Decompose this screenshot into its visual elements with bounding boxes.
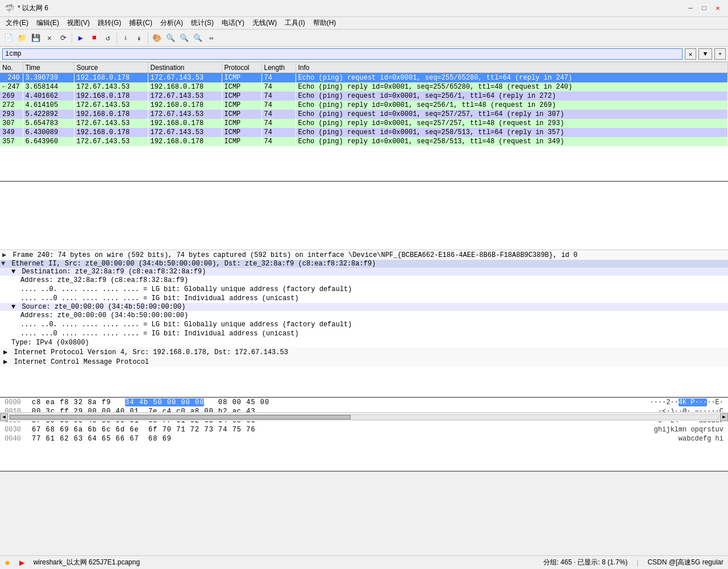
hex-bytes-0: c8 ea f8 32 8a f9 34 4b 50 00 00 00 08 0… (32, 398, 643, 406)
icmp-line: Internet Control Message Protocol (14, 358, 149, 366)
filter-input[interactable] (2, 48, 683, 60)
menu-file[interactable]: 文件(E) (2, 17, 32, 29)
col-time[interactable]: Time (23, 63, 74, 73)
dest-label: Destination: zte_32:8a:f9 (c8:ea:f8:32:8… (22, 268, 206, 276)
menu-telephony[interactable]: 电话(Y) (218, 17, 248, 29)
table-cell: ICMP (222, 137, 261, 146)
table-row[interactable]: 3576.643960172.67.143.53192.168.0.178ICM… (0, 137, 728, 146)
table-cell: Echo (ping) request id=0x0001, seq=256/1… (296, 92, 728, 101)
frame-section[interactable]: ▶ Frame 240: 74 bytes on wire (592 bits)… (0, 250, 728, 260)
ip-section[interactable]: ▶ Internet Protocol Version 4, Src: 192.… (0, 347, 728, 357)
table-row[interactable]: 2724.614105172.67.143.53192.168.0.178ICM… (0, 101, 728, 110)
icmp-section[interactable]: ▶ Internet Control Message Protocol (0, 357, 728, 367)
src-label: Source: zte_00:00:00 (34:4b:50:00:00:00) (22, 303, 185, 311)
type-line: Type: IPv4 (0x0800) (0, 338, 728, 347)
col-destination[interactable]: Destination (148, 63, 222, 73)
toolbar-save[interactable]: 💾 (30, 32, 42, 44)
table-row[interactable]: ←2473.658144172.67.143.53192.168.0.178IC… (0, 82, 728, 92)
table-cell: 293 (0, 110, 23, 119)
menu-help[interactable]: 帮助(H) (310, 17, 340, 29)
close-button[interactable]: ✕ (712, 3, 723, 14)
toolbar-zoom-in[interactable]: 🔍 (164, 32, 177, 44)
toolbar-autoscroll[interactable]: ↡ (133, 32, 145, 44)
filter-plus-btn[interactable]: + (714, 48, 726, 60)
table-cell: 192.168.0.178 (148, 82, 222, 92)
dest-ig-line: .... ...0 .... .... .... .... = IG bit: … (0, 294, 728, 303)
hex-bytes-4: 77 61 62 63 64 65 66 67 68 69 (32, 435, 672, 443)
menu-wireless[interactable]: 无线(W) (249, 17, 280, 29)
ethernet-section-header[interactable]: ▼ Ethernet II, Src: zte_00:00:00 (34:4b:… (0, 260, 728, 268)
toolbar-reset-zoom[interactable]: 🔍 (192, 32, 204, 44)
hex-ascii-3: ghijklmn opqrstuv (654, 426, 723, 434)
menu-view[interactable]: 视图(V) (64, 17, 93, 29)
table-row[interactable]: 3075.654783172.67.143.53192.168.0.178ICM… (0, 119, 728, 128)
status-profile: CSDN @[高速5G regular (647, 558, 723, 567)
table-cell: →240 (0, 73, 23, 83)
filter-arrow-btn[interactable]: ▼ (698, 48, 712, 60)
hex-ascii-4: wabcdefg hi (679, 435, 723, 443)
table-cell: ICMP (222, 128, 261, 137)
src-lg-line: .... ..0. .... .... .... .... = LG bit: … (0, 320, 728, 329)
table-cell: 4.614105 (23, 101, 74, 110)
toolbar-new[interactable]: 📄 (2, 32, 15, 44)
col-length[interactable]: Length (261, 63, 296, 73)
maximize-button[interactable]: □ (698, 3, 710, 14)
toolbar-start[interactable]: ▶ (74, 32, 87, 44)
col-no[interactable]: No. (0, 63, 23, 73)
table-row[interactable]: 2694.401662192.168.0.178172.67.143.53ICM… (0, 92, 728, 101)
table-cell: 272 (0, 101, 23, 110)
hex-ascii-0: ····2··4K P·····E· (650, 398, 723, 406)
src-addr: Address: zte_00:00:00 (34:4b:50:00:00:00… (20, 312, 188, 319)
toolbar-reload[interactable]: ⟳ (57, 32, 69, 44)
menu-goto[interactable]: 跳转(G) (94, 17, 124, 29)
hex-row-0: 0000 c8 ea f8 32 8a f9 34 4b 50 00 00 00… (0, 398, 728, 407)
table-cell: 74 (261, 137, 296, 146)
menu-analyze[interactable]: 分析(A) (157, 17, 186, 29)
table-cell: 5.422892 (23, 110, 74, 119)
table-cell: 6.643960 (23, 137, 74, 146)
toolbar-scroll-end[interactable]: ⇩ (119, 32, 132, 44)
table-cell: 172.67.143.53 (148, 128, 222, 137)
menu-stats[interactable]: 统计(S) (188, 17, 217, 29)
window-title: * 以太网 6 (18, 3, 48, 13)
menu-tools[interactable]: 工具(I) (281, 17, 308, 29)
col-source[interactable]: Source (74, 63, 148, 73)
dest-addr: Address: zte_32:8a:f9 (c8:ea:f8:32:8a:f9… (20, 276, 188, 284)
table-cell: 172.67.143.53 (148, 73, 222, 83)
filter-clear-btn[interactable]: ✕ (685, 48, 696, 60)
col-protocol[interactable]: Protocol (222, 63, 261, 73)
toolbar-stop[interactable]: ■ (88, 32, 101, 44)
toolbar-open[interactable]: 📁 (16, 32, 28, 44)
menu-bar: 文件(E) 编辑(E) 视图(V) 跳转(G) 捕获(C) 分析(A) 统计(S… (0, 17, 728, 30)
dest-addr-line: Address: zte_32:8a:f9 (c8:ea:f8:32:8a:f9… (0, 276, 728, 285)
packet-list[interactable]: No. Time Source Destination Protocol Len… (0, 63, 728, 182)
table-cell: 172.67.143.53 (74, 119, 148, 128)
toolbar-restart[interactable]: ↺ (102, 32, 114, 44)
toolbar-colorize[interactable]: 🎨 (151, 32, 163, 44)
toolbar-sep-3 (148, 32, 148, 44)
src-subsection-header[interactable]: ▼ Source: zte_00:00:00 (34:4b:50:00:00:0… (0, 303, 728, 311)
frame-line: Frame 240: 74 bytes on wire (592 bits), … (13, 251, 577, 259)
table-row[interactable]: 3496.430089192.168.0.178172.67.143.53ICM… (0, 128, 728, 137)
table-cell: 172.67.143.53 (74, 82, 148, 92)
window-controls: ─ □ ✕ (685, 3, 723, 14)
hex-row-3: 0030 67 68 69 6a 6b 6c 6d 6e 6f 70 71 72… (0, 425, 728, 434)
table-cell: 74 (261, 73, 296, 83)
dest-lg: .... ..0. .... .... .... .... = LG bit: … (20, 285, 352, 293)
table-row[interactable]: →2403.390739192.168.0.178172.67.143.53IC… (0, 73, 728, 83)
ethernet-arrow: ▼ (1, 260, 5, 268)
toolbar-zoom-out[interactable]: 🔍 (178, 32, 190, 44)
table-row[interactable]: 2935.422892192.168.0.178172.67.143.53ICM… (0, 110, 728, 119)
table-cell: 307 (0, 119, 23, 128)
toolbar-resize-cols[interactable]: ⇔ (205, 32, 218, 44)
menu-capture[interactable]: 捕获(C) (126, 17, 156, 29)
minimize-button[interactable]: ─ (685, 3, 696, 14)
toolbar-close[interactable]: ✕ (43, 32, 56, 44)
col-info[interactable]: Info (296, 63, 728, 73)
menu-edit[interactable]: 编辑(E) (33, 17, 63, 29)
table-cell: 74 (261, 82, 296, 92)
dest-subsection-header[interactable]: ▼ Destination: zte_32:8a:f9 (c8:ea:f8:32… (0, 268, 728, 276)
table-cell: 357 (0, 137, 23, 146)
status-triangle: ▶ (19, 559, 24, 567)
hex-row-4: 0040 77 61 62 63 64 65 66 67 68 69 wabcd… (0, 434, 728, 443)
